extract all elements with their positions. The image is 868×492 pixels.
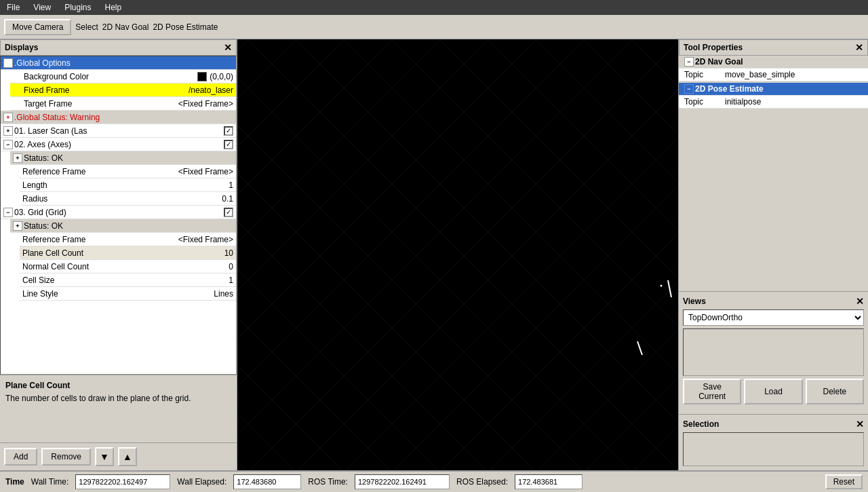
axes-ref-frame-item[interactable]: Reference Frame <Fixed Frame> <box>20 165 236 178</box>
displays-tree[interactable]: − .Global Options Background Color (0,0,… <box>0 56 237 375</box>
add-button[interactable]: Add <box>4 448 37 466</box>
grid-status-item[interactable]: + Status: OK <box>10 219 236 233</box>
pose-estimate-label[interactable]: 2D Pose Estimate <box>153 22 218 32</box>
time-bar: Time Wall Time: Wall Elapsed: ROS Time: … <box>0 470 868 492</box>
axes-radius-item[interactable]: Radius 0.1 <box>20 192 236 206</box>
global-options-label: .Global Options <box>14 58 233 68</box>
nav-goal-header-row[interactable]: − 2D Nav Goal <box>679 56 868 69</box>
views-buttons: Save Current Load Delete <box>683 379 864 404</box>
views-title: Views <box>683 297 706 306</box>
wall-time-input[interactable] <box>75 474 170 489</box>
pose-estimate-topic-value: initialpose <box>725 97 863 107</box>
menu-view[interactable]: View <box>31 1 54 14</box>
pose-estimate-expand-icon[interactable]: − <box>684 84 694 94</box>
displays-title: Displays <box>5 43 38 52</box>
axes-status-item[interactable]: + Status: OK <box>10 151 236 165</box>
global-options-expand-icon[interactable]: − <box>3 58 13 68</box>
selection-close-icon[interactable]: ✕ <box>856 419 864 430</box>
grid-line-style-item[interactable]: Line Style Lines <box>20 287 236 301</box>
menu-plugins[interactable]: Plugins <box>62 1 94 14</box>
grid-ref-frame-value: <Fixed Frame> <box>178 235 233 244</box>
background-color-swatch[interactable] <box>197 72 207 81</box>
menu-help[interactable]: Help <box>102 1 125 14</box>
displays-close-icon[interactable]: ✕ <box>224 42 232 53</box>
svg-point-21 <box>660 285 663 287</box>
menu-file[interactable]: File <box>4 1 22 14</box>
ros-time-input[interactable] <box>355 474 450 489</box>
background-color-item[interactable]: Background Color (0,0,0) <box>10 70 236 83</box>
nav-goal-section: − 2D Nav Goal Topic move_base_simple <box>679 56 868 81</box>
laser-scan-expand-icon[interactable]: + <box>3 126 13 136</box>
views-dropdown[interactable]: TopDownOrtho <box>683 309 864 326</box>
nav-goal-topic-row[interactable]: Topic move_base_simple <box>679 69 868 81</box>
grid-status-expand-icon[interactable]: + <box>13 221 22 231</box>
tool-properties-title: Tool Properties <box>684 43 743 52</box>
axes-expand-icon[interactable]: − <box>3 140 13 149</box>
move-down-button[interactable]: ▼ <box>95 447 114 466</box>
grid-cell-size-label: Cell Size <box>22 276 229 285</box>
info-title: Plane Cell Count <box>5 381 231 390</box>
global-status-expand-icon[interactable]: + <box>3 113 13 122</box>
axes-radius-label: Radius <box>22 194 222 204</box>
viewport[interactable] <box>237 39 678 470</box>
move-up-button[interactable]: ▲ <box>118 447 137 466</box>
move-camera-button[interactable]: Move Camera <box>4 19 71 35</box>
pose-estimate-section: − 2D Pose Estimate Topic initialpose <box>679 83 868 109</box>
target-frame-item[interactable]: Target Frame <Fixed Frame> <box>10 97 236 111</box>
grid-normal-cell-item[interactable]: Normal Cell Count 0 <box>20 260 236 273</box>
pose-estimate-header-row[interactable]: − 2D Pose Estimate <box>679 83 868 96</box>
load-button[interactable]: Load <box>744 379 802 404</box>
nav-goal-topic-label: Topic <box>684 70 725 79</box>
grid-cell-size-item[interactable]: Cell Size 1 <box>20 273 236 287</box>
nav-goal-expand-icon[interactable]: − <box>684 57 694 67</box>
pose-estimate-label: 2D Pose Estimate <box>695 84 764 94</box>
wall-elapsed-label: Wall Elapsed: <box>177 477 226 487</box>
grid-ref-frame-item[interactable]: Reference Frame <Fixed Frame> <box>20 233 236 246</box>
grid-cell-size-value: 1 <box>229 276 233 285</box>
axes-status-expand-icon[interactable]: + <box>13 153 22 163</box>
grid-checkbox[interactable] <box>224 208 233 217</box>
laser-scan-checkbox[interactable] <box>224 126 233 136</box>
global-options-item[interactable]: − .Global Options <box>1 56 236 70</box>
pose-estimate-topic-row[interactable]: Topic initialpose <box>679 96 868 109</box>
axes-length-item[interactable]: Length 1 <box>20 178 236 192</box>
fixed-frame-label: Fixed Frame <box>24 86 189 95</box>
main-content: Displays ✕ − .Global Options Background … <box>0 39 868 470</box>
target-frame-label: Target Frame <box>24 99 178 109</box>
fixed-frame-value: /neato_laser <box>189 86 233 95</box>
selection-title: Selection <box>683 419 719 429</box>
grid-item[interactable]: − 03. Grid (Grid) <box>1 206 236 219</box>
tool-properties-panel: Tool Properties ✕ − 2D Nav Goal Topic mo… <box>679 39 868 286</box>
grid-expand-icon[interactable]: − <box>3 208 13 217</box>
delete-button[interactable]: Delete <box>806 379 864 404</box>
wall-elapsed-input[interactable] <box>233 474 301 489</box>
grid-ref-frame-label: Reference Frame <box>22 235 178 244</box>
global-status-label: .Global Status: Warning <box>14 113 233 122</box>
grid-plane-cell-label: Plane Cell Count <box>22 248 224 258</box>
ros-elapsed-label: ROS Elapsed: <box>456 477 508 487</box>
grid-plane-cell-item[interactable]: Plane Cell Count 10 <box>20 246 236 260</box>
grid-plane-cell-value: 10 <box>224 248 233 258</box>
nav-goal-label[interactable]: 2D Nav Goal <box>102 22 149 32</box>
grid-normal-cell-value: 0 <box>229 262 233 271</box>
grid-normal-cell-label: Normal Cell Count <box>22 262 229 271</box>
panel-separator-1 <box>679 286 868 291</box>
tool-properties-close-icon[interactable]: ✕ <box>855 42 863 53</box>
select-label[interactable]: Select <box>75 22 98 32</box>
save-current-button[interactable]: Save Current <box>683 379 741 404</box>
axes-checkbox[interactable] <box>224 140 233 149</box>
info-area: Plane Cell Count The number of cells to … <box>0 375 237 442</box>
selection-area <box>683 432 864 466</box>
axes-item[interactable]: − 02. Axes (Axes) <box>1 138 236 151</box>
nav-goal-topic-value: move_base_simple <box>725 70 863 79</box>
reset-button[interactable]: Reset <box>825 474 863 489</box>
global-status-item[interactable]: + .Global Status: Warning <box>1 111 236 124</box>
laser-scan-item[interactable]: + 01. Laser Scan (Las <box>1 124 236 138</box>
tool-properties-header: Tool Properties ✕ <box>679 39 868 56</box>
wall-time-label: Wall Time: <box>31 477 69 487</box>
ros-elapsed-input[interactable] <box>515 474 583 489</box>
remove-button[interactable]: Remove <box>41 448 91 466</box>
axes-ref-frame-value: <Fixed Frame> <box>178 167 233 176</box>
views-close-icon[interactable]: ✕ <box>856 296 864 307</box>
fixed-frame-item[interactable]: Fixed Frame /neato_laser <box>10 83 236 97</box>
